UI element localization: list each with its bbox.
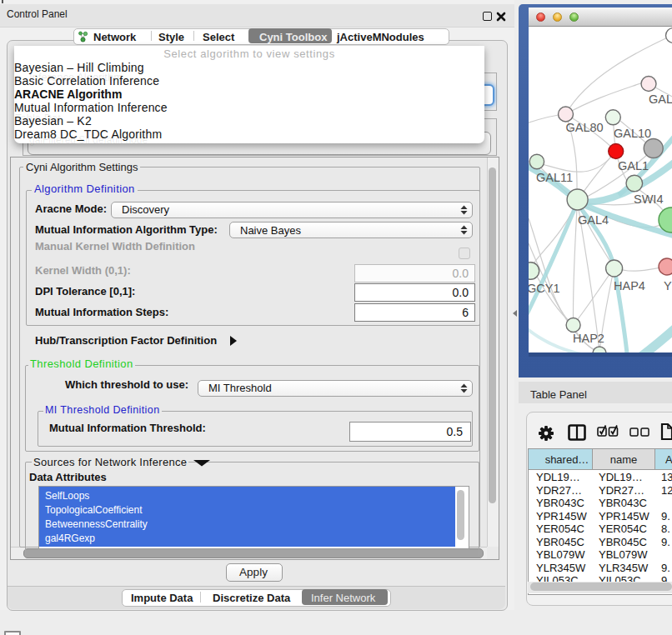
svg-text:HAP4: HAP4 (614, 279, 645, 292)
svg-text:GAL10: GAL10 (614, 127, 651, 140)
svg-text:GAL80: GAL80 (566, 121, 604, 134)
svg-text:GCY1: GCY1 (529, 282, 560, 295)
svg-text:YL: YL (664, 279, 672, 292)
svg-text:GAL1: GAL1 (618, 159, 649, 172)
svg-text:SWI4: SWI4 (634, 192, 663, 206)
svg-text:GAL11: GAL11 (536, 171, 573, 184)
svg-text:GAL7: GAL7 (649, 92, 672, 106)
svg-text:HAP2: HAP2 (573, 332, 604, 345)
svg-text:GAL4: GAL4 (578, 213, 609, 227)
